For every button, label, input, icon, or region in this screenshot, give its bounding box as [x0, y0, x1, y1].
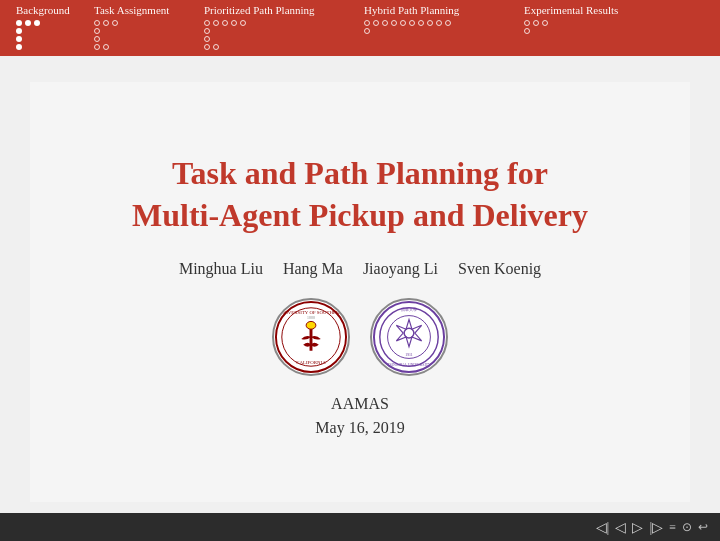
conference-info: AAMAS May 16, 2019 — [315, 392, 404, 440]
svg-text:1911: 1911 — [405, 353, 413, 357]
nav-item-ppp[interactable]: Prioritized Path Planning — [198, 4, 358, 18]
thu-logo: 清華大學 TSINGHUA UNIVERSITY 1911 — [370, 298, 448, 376]
svg-point-3 — [306, 322, 316, 330]
slide-title: Task and Path Planning for Multi-Agent P… — [132, 153, 588, 236]
nav-item-exp[interactable]: Experimental Results — [518, 4, 648, 18]
usc-logo-svg: UNIVERSITY OF SOUTHERN CALIFORNIA 1880 — [274, 299, 348, 375]
navigation-header[interactable]: Background Task Assignment Prioritized P… — [0, 0, 720, 56]
author-3: Jiaoyang Li — [363, 260, 438, 278]
bottom-icons[interactable]: ◁| ◁ ▷ |▷ ≡ ⊙ ↩ — [596, 519, 708, 536]
nav-label-exp: Experimental Results — [524, 4, 642, 16]
nav-label-ppp: Prioritized Path Planning — [204, 4, 352, 16]
nav-ppp-dots — [198, 20, 358, 50]
zoom-icon[interactable]: ⊙ — [682, 520, 692, 535]
usc-logo: UNIVERSITY OF SOUTHERN CALIFORNIA 1880 — [272, 298, 350, 376]
nav-dots-row — [8, 20, 712, 50]
nav-background-dots — [8, 20, 88, 50]
slide-title-line2: Multi-Agent Pickup and Delivery — [132, 195, 588, 237]
svg-point-7 — [374, 302, 444, 372]
svg-text:TSINGHUA UNIVERSITY: TSINGHUA UNIVERSITY — [387, 363, 431, 367]
nav-label-background: Background — [16, 4, 82, 16]
institution-logos: UNIVERSITY OF SOUTHERN CALIFORNIA 1880 清… — [272, 298, 448, 376]
nav-arrow-next-next[interactable]: |▷ — [649, 519, 663, 536]
svg-text:UNIVERSITY OF SOUTHERN: UNIVERSITY OF SOUTHERN — [279, 310, 343, 315]
nav-exp-dots — [518, 20, 648, 50]
nav-item-background[interactable]: Background — [8, 4, 88, 18]
conference-name: AAMAS — [315, 392, 404, 416]
svg-text:清華大學: 清華大學 — [401, 307, 417, 312]
thu-logo-svg: 清華大學 TSINGHUA UNIVERSITY 1911 — [372, 299, 446, 375]
nav-labels-row: Background Task Assignment Prioritized P… — [8, 4, 712, 18]
menu-icon[interactable]: ≡ — [669, 520, 676, 535]
author-4: Sven Koenig — [458, 260, 541, 278]
svg-text:CALIFORNIA: CALIFORNIA — [296, 360, 326, 365]
slide-area: Task and Path Planning for Multi-Agent P… — [0, 56, 720, 527]
conference-date: May 16, 2019 — [315, 416, 404, 440]
nav-label-hybrid: Hybrid Path Planning — [364, 4, 512, 16]
nav-arrow-prev[interactable]: ◁ — [615, 519, 626, 536]
author-1: Minghua Liu — [179, 260, 263, 278]
nav-label-task: Task Assignment — [94, 4, 192, 16]
authors-list: Minghua Liu Hang Ma Jiaoyang Li Sven Koe… — [179, 260, 541, 278]
author-2: Hang Ma — [283, 260, 343, 278]
svg-text:1880: 1880 — [307, 317, 315, 321]
bottom-navigation-bar[interactable]: ◁| ◁ ▷ |▷ ≡ ⊙ ↩ — [0, 513, 720, 541]
slide-title-line1: Task and Path Planning for — [132, 153, 588, 195]
nav-task-dots — [88, 20, 198, 50]
nav-item-task[interactable]: Task Assignment — [88, 4, 198, 18]
nav-hybrid-dots — [358, 20, 518, 50]
nav-item-hybrid[interactable]: Hybrid Path Planning — [358, 4, 518, 18]
nav-arrow-prev-prev[interactable]: ◁| — [596, 519, 610, 536]
nav-arrow-next[interactable]: ▷ — [632, 519, 643, 536]
slide: Task and Path Planning for Multi-Agent P… — [30, 82, 690, 502]
back-icon[interactable]: ↩ — [698, 520, 708, 535]
